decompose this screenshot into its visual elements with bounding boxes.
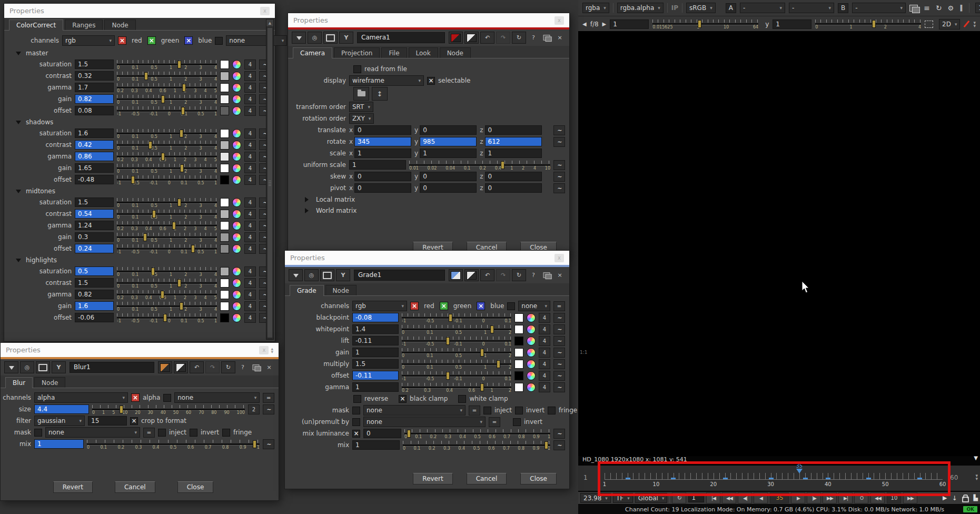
read-from-file-checkbox[interactable] [353,65,361,73]
param-value-field[interactable]: 0.82 [75,290,114,299]
node-name-field[interactable]: Grade1 [354,270,445,281]
mask-dropdown[interactable]: none▾ [363,405,466,416]
color-swatch[interactable] [220,83,229,92]
cancel-button[interactable]: Cancel [467,473,507,485]
fringe-checkbox[interactable] [548,407,556,414]
param-slider[interactable]: -1-0.5-0.100.10.51 [117,312,217,323]
close-node-icon[interactable]: × [554,32,566,44]
param-slider[interactable]: 0.01562511064 [652,18,758,29]
param-value-field[interactable]: 0.24 [75,244,114,253]
channel-count-button[interactable]: 4 [244,290,256,300]
premult-dropdown[interactable]: none▾ [363,417,486,427]
param-value-field[interactable]: 1.5 [75,278,114,288]
info-collapse-icon[interactable]: ▼ [974,455,978,461]
group-header-midtones[interactable]: midtones [4,185,275,196]
channel-count-button[interactable]: 4 [244,278,256,288]
monitor-icon[interactable] [320,269,334,281]
roi-icon[interactable] [925,21,933,28]
monitor-icon[interactable] [323,32,338,44]
collapse-triangle-icon[interactable] [16,190,21,196]
color-wheel-icon[interactable] [232,141,241,150]
expand-triangle-icon[interactable] [305,208,311,213]
node-color-icon[interactable] [158,361,172,373]
curve-editor-icon[interactable]: ~ [553,160,565,170]
param-value-field[interactable]: 0.42 [75,140,114,150]
tab-node[interactable]: Node [34,377,65,388]
display-mode-icon[interactable] [909,5,918,12]
color-wheel-icon[interactable] [527,325,536,334]
tab-look[interactable]: Look [409,47,438,58]
skew-y-field[interactable]: 0 [420,172,477,181]
slider-handle[interactable] [501,161,504,169]
curve-editor-icon[interactable]: ~ [553,440,565,450]
color-swatch[interactable] [514,348,523,357]
channel-count-button[interactable]: 4 [244,106,256,116]
close-button[interactable]: Close [520,473,557,485]
colorcorrect-titlebar[interactable]: Properties x [4,4,275,18]
equals-button[interactable]: = [263,393,274,403]
slider-handle[interactable] [480,383,484,391]
node-name-field[interactable]: Blur1 [70,362,154,373]
color-wheel-icon[interactable] [232,313,241,322]
undo-icon[interactable]: ↶ [480,32,494,44]
curve-editor-icon[interactable]: ~ [553,172,565,182]
color-swatch[interactable] [220,72,229,81]
revert-loop-icon[interactable]: ↻ [221,361,235,373]
channel-count-button[interactable]: 4 [244,175,256,185]
curve-editor-icon[interactable]: ~ [553,324,565,334]
float-panel-icon[interactable] [541,32,552,44]
camera-titlebar[interactable]: Properties x [288,13,569,27]
revert-button[interactable]: Revert [413,473,452,485]
channel-count-button[interactable]: 4 [244,163,256,173]
channel-count-button[interactable]: 4 [244,266,256,276]
slider-handle[interactable] [149,141,152,149]
color-wheel-icon[interactable] [232,152,241,161]
color-swatch[interactable] [220,210,229,219]
folder-icon[interactable] [353,87,369,101]
color-wheel-icon[interactable] [232,267,241,276]
help-icon[interactable]: ? [237,361,249,373]
channel-count-button[interactable]: 4 [244,209,256,219]
ab-blend-dropdown[interactable]: -▾ [789,3,834,13]
color-wheel-icon[interactable] [527,360,536,369]
scrollbar-thumb[interactable] [267,27,273,338]
color-wheel-icon[interactable] [232,210,241,219]
slider-handle[interactable] [131,176,135,184]
slider-handle[interactable] [490,325,494,333]
float-panel-icon[interactable] [250,361,262,373]
mask-enable-checkbox[interactable] [215,37,223,45]
channel-count-button[interactable]: 4 [539,324,550,334]
blue-channel-checkbox[interactable]: × [477,302,485,310]
revert-loop-icon[interactable]: ↻ [512,32,526,44]
curve-editor-icon[interactable]: ~ [553,137,565,147]
white-clamp-checkbox[interactable] [458,395,466,403]
tab-node[interactable]: Node [325,285,357,295]
param-value-field[interactable]: 1.5 [75,60,114,69]
next-fstop-icon[interactable]: ▶ [602,21,607,27]
viewer-colorspace-dropdown[interactable]: sRGB▾ [686,3,716,13]
param-value-field[interactable]: 4.4 [34,404,89,414]
collapse-triangle-icon[interactable] [16,259,21,265]
param-value-field[interactable]: -0.11 [352,371,399,380]
param-slider[interactable]: -1-0.5-0.100.1 [402,312,511,323]
node-color-icon[interactable] [449,269,463,281]
color-swatch[interactable] [220,95,229,104]
param-slider[interactable]: 00.10.51234 [117,59,217,70]
monitor-icon[interactable] [36,361,50,373]
sync-icon[interactable]: ↻ [936,4,942,12]
crop-to-format-checkbox[interactable]: × [130,417,138,425]
channel-count-button[interactable]: 4 [244,197,256,207]
histogram-icon[interactable]: ▙ [974,495,978,501]
cancel-button[interactable]: Cancel [115,481,155,493]
channel-count-button[interactable]: 4 [539,371,550,381]
slider-handle[interactable] [253,440,256,448]
param-slider[interactable]: -1-0.5-0.100.10.51 [117,174,217,185]
param-slider[interactable]: 0.20.30.40.612345 [117,82,217,93]
param-slider[interactable]: 00.10.51234 [117,140,217,151]
scale-z-field[interactable]: 1 [485,149,542,158]
mix-field[interactable]: 1 [352,440,400,450]
slider-handle[interactable] [161,153,165,161]
scrollbar[interactable]: ▲ [266,19,274,340]
param-value-field[interactable]: 1.6 [75,301,114,311]
param-value-field[interactable]: -0.08 [352,313,399,322]
